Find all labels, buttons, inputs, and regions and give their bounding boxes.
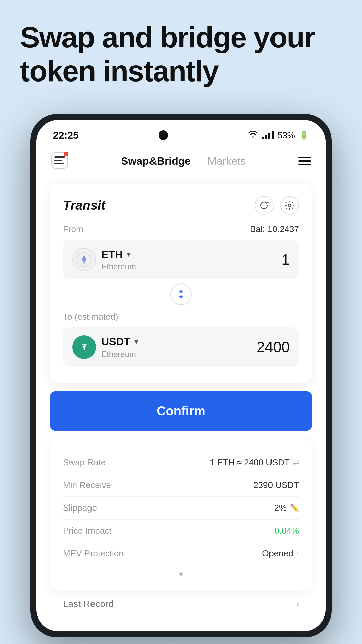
mev-protection-value: Opened › xyxy=(262,548,299,559)
swap-rate-icon: ⇌ xyxy=(293,458,299,467)
notification-dot xyxy=(64,152,68,156)
to-token-left: ₮ USDT ▼ Ethereum xyxy=(72,335,140,359)
mev-protection-label: MEV Protection xyxy=(63,548,124,559)
from-amount[interactable]: 1 xyxy=(282,251,290,268)
min-receive-value: 2390 USDT xyxy=(253,480,299,490)
camera-notch xyxy=(159,130,168,140)
eth-icon xyxy=(72,248,96,271)
svg-rect-2 xyxy=(54,160,62,161)
slippage-label: Slippage xyxy=(63,503,97,513)
min-receive-label: Min Receive xyxy=(63,480,111,490)
card-title: Transit xyxy=(63,198,105,213)
eth-token-info: ETH ▼ Ethereum xyxy=(101,248,136,271)
last-record-label: Last Record xyxy=(63,599,114,609)
swap-divider xyxy=(63,283,299,305)
from-token-row[interactable]: ETH ▼ Ethereum 1 xyxy=(63,240,299,279)
usdt-icon: ₮ xyxy=(72,335,96,359)
svg-point-4 xyxy=(288,204,291,207)
headline-text: Swap and bridge your token instantly xyxy=(20,20,342,88)
to-amount[interactable]: 2400 xyxy=(257,339,290,356)
refresh-icon xyxy=(259,200,269,210)
usdt-network: Ethereum xyxy=(101,350,140,359)
status-bar: 22:25 53% 🔋 xyxy=(36,120,326,146)
tab-swap-bridge[interactable]: Swap&Bridge xyxy=(121,155,191,167)
battery-text: 53% xyxy=(278,130,295,141)
mev-chevron-icon: › xyxy=(297,549,299,558)
swap-direction-button[interactable] xyxy=(170,283,192,305)
details-card: Swap Rate 1 ETH ≈ 2400 USDT ⇌ Min Receiv… xyxy=(50,439,312,591)
to-label-row: To (estimated) xyxy=(63,312,299,322)
nav-tabs: Swap&Bridge Markets xyxy=(121,155,246,167)
usdt-token-info: USDT ▼ Ethereum xyxy=(101,336,140,359)
last-record-more-icon[interactable]: › xyxy=(296,599,299,609)
signal-icon xyxy=(262,131,274,139)
mev-protection-row[interactable]: MEV Protection Opened › xyxy=(63,542,299,565)
battery-icon: 🔋 xyxy=(299,130,309,140)
headline-container: Swap and bridge your token instantly xyxy=(20,20,342,88)
card-header: Transit xyxy=(63,196,299,215)
price-impact-row: Price Impact 0.04% xyxy=(63,520,299,542)
swap-arrows-icon xyxy=(175,288,187,300)
eth-name: ETH ▼ xyxy=(101,248,136,261)
main-content: Transit xyxy=(36,177,326,616)
slippage-value[interactable]: 2% ✏️ xyxy=(274,503,299,513)
min-receive-row: Min Receive 2390 USDT xyxy=(63,474,299,497)
menu-button[interactable] xyxy=(298,157,311,165)
swap-rate-row: Swap Rate 1 ETH ≈ 2400 USDT ⇌ xyxy=(63,451,299,474)
balance-label: Bal: 10.2437 xyxy=(250,224,299,234)
tab-markets[interactable]: Markets xyxy=(207,155,246,167)
swap-card: Transit xyxy=(50,184,312,383)
refresh-button[interactable] xyxy=(255,196,274,215)
eth-network: Ethereum xyxy=(101,262,136,271)
nav-logo-wrapper[interactable] xyxy=(51,152,68,170)
nav-bar: Swap&Bridge Markets xyxy=(36,146,326,177)
from-label-row: From Bal: 10.2437 xyxy=(63,224,299,234)
svg-rect-1 xyxy=(54,156,65,158)
from-token-left: ETH ▼ Ethereum xyxy=(72,248,136,271)
last-record-bar: Last Record › xyxy=(50,591,312,609)
svg-text:₮: ₮ xyxy=(82,343,87,351)
settings-button[interactable] xyxy=(280,196,299,215)
swap-rate-value: 1 ETH ≈ 2400 USDT ⇌ xyxy=(210,457,299,468)
usdt-name: USDT ▼ xyxy=(101,336,140,348)
phone-screen: 22:25 53% 🔋 xyxy=(36,120,326,631)
slippage-edit-icon: ✏️ xyxy=(290,504,299,513)
status-icons: 53% 🔋 xyxy=(248,130,309,141)
slippage-row: Slippage 2% ✏️ xyxy=(63,497,299,520)
confirm-button[interactable]: Confirm xyxy=(50,391,312,431)
from-label: From xyxy=(63,224,83,234)
card-actions xyxy=(255,196,299,215)
to-label: To (estimated) xyxy=(63,312,118,322)
collapse-arrow[interactable]: ▾ xyxy=(63,565,299,579)
svg-rect-3 xyxy=(54,163,64,164)
swap-rate-label: Swap Rate xyxy=(63,457,106,468)
price-impact-label: Price Impact xyxy=(63,526,112,536)
status-time: 22:25 xyxy=(53,129,79,141)
wifi-icon xyxy=(248,130,258,141)
phone-frame: 22:25 53% 🔋 xyxy=(30,114,332,637)
price-impact-value: 0.04% xyxy=(274,526,299,536)
settings-icon xyxy=(285,200,295,210)
to-token-row[interactable]: ₮ USDT ▼ Ethereum 2400 xyxy=(63,327,299,367)
